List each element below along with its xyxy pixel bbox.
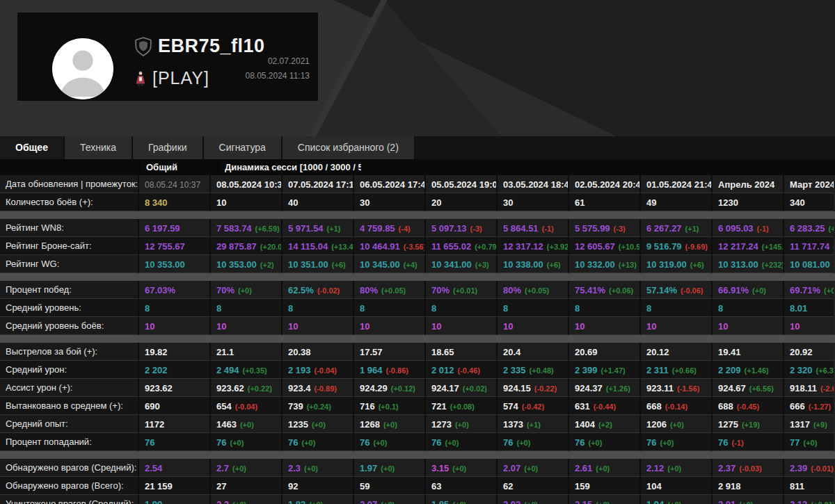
row-label: Количество боёв (+): <box>0 193 139 211</box>
stat-cell: 10 <box>139 317 211 335</box>
stat-value: Апрель 2024 <box>718 179 774 190</box>
stat-cell: 2 335(+0.48) <box>498 361 569 379</box>
stat-value: 76 <box>216 437 226 448</box>
stat-cell: 8 <box>211 299 283 317</box>
stat-delta: (-0.03) <box>739 464 761 473</box>
tab-charts[interactable]: Графики <box>133 136 204 159</box>
stat-delta: (-3) <box>470 225 482 233</box>
stat-value: 5 575.99 <box>575 223 610 234</box>
stat-delta: (+0.1) <box>379 403 399 411</box>
stat-cell: 10 338.00(+6) <box>498 255 569 273</box>
stat-value: 06.05.2024 17:47 <box>360 179 426 190</box>
stat-value: 688 <box>718 401 733 412</box>
stat-value: 1.94 <box>646 499 664 504</box>
table-row: Дата обновления | промежуток:08.05.24 10… <box>0 175 835 193</box>
stat-delta: (+0.05) <box>525 286 549 295</box>
stat-value: 61 <box>575 197 584 208</box>
stat-cell: 10 <box>211 193 283 211</box>
stat-value: Март 2024 <box>790 179 834 190</box>
stat-cell: 14 115.04(+13.47) <box>283 237 354 255</box>
stat-value: 19.41 <box>718 347 741 357</box>
stat-value: 10 338.00 <box>503 259 543 270</box>
stat-delta: (-2.07 <box>820 384 834 393</box>
stat-value: 6 197.59 <box>145 223 180 234</box>
stat-cell: 05.05.2024 19:09 <box>426 175 498 193</box>
separator-row <box>0 451 835 459</box>
stat-value: 12 605.67 <box>575 241 615 252</box>
stat-cell: 923.62(+0.22) <box>211 379 283 397</box>
stat-value: 11 655.02 <box>431 241 471 252</box>
stat-value: 20.69 <box>575 347 598 357</box>
stat-cell: 574(-0.42) <box>498 397 569 415</box>
stat-delta: (+0.05) <box>381 286 406 295</box>
stat-cell: 924.67(+6.56) <box>713 379 784 397</box>
table-row: Средний уровень боёв:1010101010101010101… <box>0 317 835 335</box>
stat-cell: 8 <box>569 299 641 317</box>
stat-value: 5 864.51 <box>503 223 539 234</box>
stat-value: 4 759.85 <box>360 223 395 234</box>
stat-value: 30 <box>503 197 513 208</box>
stat-value: 924.67 <box>718 383 746 393</box>
stat-value: 10 464.91 <box>360 241 400 252</box>
stat-value: 716 <box>360 401 375 412</box>
stat-value: 8 <box>646 303 651 314</box>
clan-row: [PLAY] <box>136 68 209 88</box>
stat-cell: 10 341.00(+3) <box>426 255 498 273</box>
table-row: Количество боёв (+):8 340104030203061491… <box>0 193 835 211</box>
stat-delta: (+3.92) <box>547 243 569 251</box>
stat-cell: 2 494(+0.35) <box>211 361 283 379</box>
stat-value: 2.07 <box>503 463 520 473</box>
stat-cell: 49 <box>641 193 713 211</box>
stat-cell: 688(-0.45) <box>713 397 784 415</box>
stat-cell: 1.99 <box>139 495 211 504</box>
stat-value: 8.01 <box>790 303 807 314</box>
stat-cell: 104 <box>641 477 713 495</box>
stat-cell: 12 605.67(+10.51) <box>569 237 641 255</box>
stat-delta: (-0.01) <box>811 464 833 473</box>
stat-value: 2 311 <box>646 365 669 375</box>
stat-value: 49 <box>646 197 656 208</box>
stat-delta: (+0) <box>596 501 610 504</box>
stat-cell: 5 575.99(-3) <box>569 219 641 237</box>
stat-value: 918.11 <box>790 383 817 393</box>
separator-row <box>0 335 835 343</box>
table-row: Средний уровень:8888888888.01 <box>0 299 835 317</box>
stat-delta: (+0) <box>383 421 397 429</box>
stat-value: 76 <box>360 437 369 448</box>
stat-cell: 8 <box>354 299 426 317</box>
stat-value: 1273 <box>431 419 452 430</box>
stat-cell: 924.17(+0.02) <box>426 379 498 397</box>
stat-value: 8 <box>503 303 508 314</box>
stat-cell: 20.12 <box>641 343 713 361</box>
table-row: Обнаружено врагов (Всего):21 15927925963… <box>0 477 835 495</box>
stat-cell: 2 918 <box>713 477 784 495</box>
stat-delta: (+0) <box>670 421 684 429</box>
tab-favorites-list[interactable]: Список избранного (2) <box>283 136 415 159</box>
table-row: Уничтожено врагов (Средний):1.992.2(+0)1… <box>0 495 835 504</box>
tab-vehicles[interactable]: Техника <box>65 136 133 159</box>
stat-cell: 340 <box>784 193 834 211</box>
avatar <box>52 38 113 99</box>
stat-value: 20.38 <box>288 347 311 357</box>
tab-general[interactable]: Общее <box>0 136 65 159</box>
stat-value: 10 353.00 <box>145 259 185 270</box>
stat-cell: 21 159 <box>139 477 211 495</box>
stat-cell: 01.05.2024 21:45 <box>641 175 713 193</box>
tab-signature[interactable]: Сигнатура <box>204 136 283 159</box>
stat-delta: (+0) <box>524 501 538 504</box>
stat-cell: 1206(+0) <box>641 415 713 433</box>
stat-value: 10 <box>360 321 369 332</box>
stat-cell: 20.69 <box>569 343 641 361</box>
stat-cell: 8 <box>283 299 354 317</box>
stat-cell: 923.11(-1.56) <box>641 379 713 397</box>
stat-cell: 2.15(+0) <box>569 495 641 504</box>
stat-delta: (+0) <box>381 501 395 504</box>
stat-value: 6 283.25 <box>790 223 825 234</box>
stat-value: 10 351.00 <box>288 259 328 270</box>
clan-tag: [PLAY] <box>152 68 209 88</box>
stat-delta: (-0.44) <box>594 403 616 411</box>
stat-value: 76 <box>646 437 656 448</box>
stat-delta: (+0) <box>240 421 254 429</box>
stat-cell: 76(+0) <box>641 433 713 451</box>
stat-delta: (+1) <box>327 225 341 233</box>
